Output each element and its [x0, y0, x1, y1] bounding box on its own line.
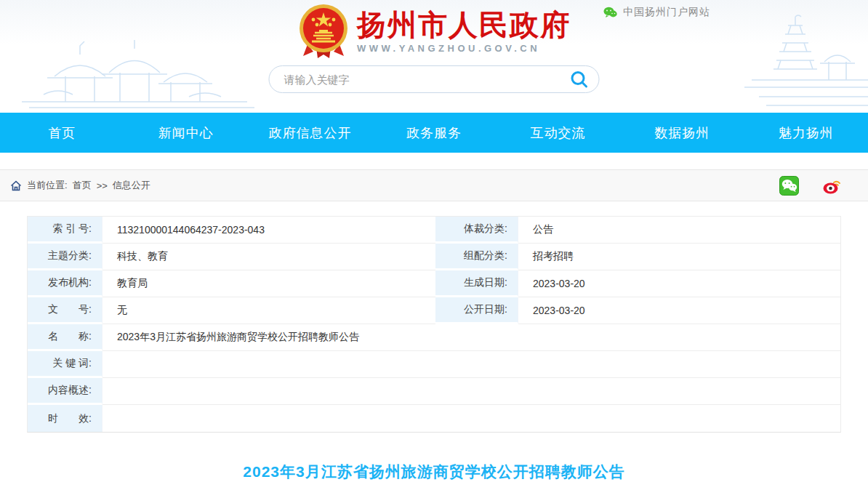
- home-icon: [10, 180, 22, 191]
- nav-item-news[interactable]: 新闻中心: [124, 113, 249, 153]
- nav-item-home[interactable]: 首页: [0, 113, 124, 153]
- share-buttons: [779, 176, 858, 196]
- meta-value-doc-number: 无: [103, 297, 435, 324]
- site-title: 扬州市人民政府: [357, 9, 571, 41]
- meta-value-publish-date: 2023-03-20: [518, 297, 840, 324]
- meta-value-title: 2023年3月江苏省扬州旅游商贸学校公开招聘教师公告: [103, 324, 840, 351]
- nav-item-charm[interactable]: 魅力扬州: [744, 113, 868, 153]
- meta-value-index-number: 113210000144064237-2023-043: [103, 217, 435, 244]
- breadcrumb-separator: >>: [97, 180, 108, 191]
- meta-label-create-date: 生成日期:: [435, 270, 518, 297]
- nav-item-services[interactable]: 政务服务: [372, 113, 497, 153]
- site-url: WWW.YANGZHOU.GOV.CN: [357, 43, 571, 54]
- breadcrumb-home-link[interactable]: 首页: [73, 179, 92, 192]
- breadcrumb-bar: 当前位置: 首页 >> 信息公开: [0, 169, 868, 201]
- nav-item-gov-info[interactable]: 政府信息公开: [248, 113, 372, 153]
- meta-label-validity: 时 效:: [28, 405, 103, 432]
- meta-label-genre: 体裁分类:: [435, 217, 518, 244]
- search-input[interactable]: [284, 73, 570, 86]
- table-row: 发布机构: 教育局 生成日期: 2023-03-20: [28, 270, 840, 297]
- document-meta-table: 索 引 号: 113210000144064237-2023-043 体裁分类:…: [27, 216, 841, 433]
- meta-label-keywords: 关 键 词:: [28, 351, 103, 378]
- breadcrumb: 当前位置: 首页 >> 信息公开: [10, 179, 150, 192]
- table-row: 时 效:: [28, 405, 840, 432]
- meta-label-title: 名 称:: [28, 324, 103, 351]
- meta-value-validity: [103, 405, 840, 432]
- meta-label-agency: 发布机构:: [28, 270, 103, 297]
- meta-value-topic: 科技、教育: [103, 244, 435, 270]
- table-row: 关 键 词:: [28, 351, 840, 378]
- article-title: 2023年3月江苏省扬州旅游商贸学校公开招聘教师公告: [0, 462, 868, 482]
- wechat-share-icon[interactable]: [779, 176, 799, 196]
- nav-item-interaction[interactable]: 互动交流: [496, 113, 620, 153]
- meta-value-create-date: 2023-03-20: [518, 270, 840, 297]
- table-row: 内容概述:: [28, 378, 840, 405]
- meta-label-doc-number: 文 号:: [28, 297, 103, 324]
- national-emblem-logo: [297, 4, 350, 59]
- table-row: 主题分类: 科技、教育 组配分类: 招考招聘: [28, 244, 840, 270]
- meta-label-topic: 主题分类:: [28, 244, 103, 270]
- search-icon: [570, 70, 589, 89]
- nav-item-data[interactable]: 数据扬州: [620, 113, 744, 153]
- meta-label-group: 组配分类:: [435, 244, 518, 270]
- breadcrumb-prefix: 当前位置:: [27, 179, 68, 192]
- meta-value-keywords: [103, 351, 840, 378]
- table-row: 名 称: 2023年3月江苏省扬州旅游商贸学校公开招聘教师公告: [28, 324, 840, 351]
- meta-value-group: 招考招聘: [518, 244, 840, 270]
- weibo-share-icon[interactable]: [822, 176, 842, 196]
- main-nav: 首页 新闻中心 政府信息公开 政务服务 互动交流 数据扬州 魅力扬州: [0, 113, 868, 153]
- search-bar: [269, 65, 600, 93]
- meta-value-genre: 公告: [518, 217, 840, 244]
- site-logo-block[interactable]: 扬州市人民政府 WWW.YANGZHOU.GOV.CN: [0, 4, 868, 59]
- meta-value-summary: [103, 378, 840, 405]
- meta-label-publish-date: 公开日期:: [435, 297, 518, 324]
- table-row: 文 号: 无 公开日期: 2023-03-20: [28, 297, 840, 324]
- meta-label-index-number: 索 引 号:: [28, 217, 103, 244]
- meta-label-summary: 内容概述:: [28, 378, 103, 405]
- breadcrumb-current-link[interactable]: 信息公开: [113, 179, 150, 192]
- search-button[interactable]: [570, 70, 589, 89]
- meta-value-agency: 教育局: [103, 270, 435, 297]
- table-row: 索 引 号: 113210000144064237-2023-043 体裁分类:…: [28, 217, 840, 244]
- site-header: 中国扬州门户网站 扬州市人民政府 WWW.YANGZHOU.GOV.CN: [0, 0, 868, 113]
